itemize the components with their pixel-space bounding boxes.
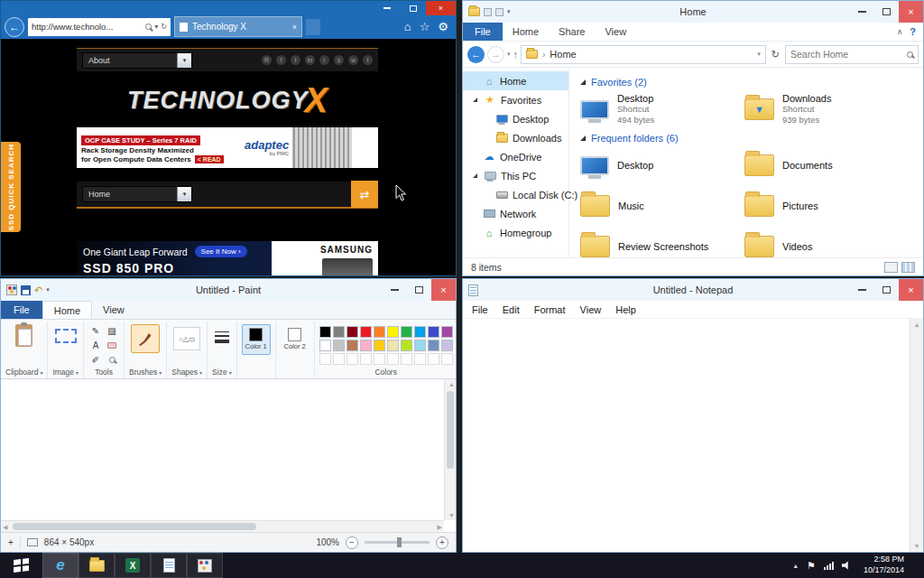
- twitter-icon[interactable]: t: [291, 55, 300, 65]
- taskbar-excel[interactable]: X: [115, 553, 151, 578]
- expander-icon[interactable]: [473, 98, 477, 102]
- taskbar-notepad[interactable]: [151, 553, 187, 578]
- random-post-button[interactable]: ⇄: [351, 181, 378, 208]
- menu-view[interactable]: View: [573, 304, 609, 315]
- tab-close-icon[interactable]: ×: [292, 23, 297, 32]
- palette-empty-slot[interactable]: [319, 353, 331, 365]
- close-button[interactable]: ×: [426, 1, 456, 15]
- address-bar[interactable]: http://www.technolo... ▾ ↻: [28, 18, 171, 36]
- vertical-scrollbar[interactable]: ▲ ▼: [444, 379, 456, 520]
- forward-button[interactable]: →: [487, 46, 504, 63]
- folder-tile[interactable]: Review Screenshots: [580, 229, 744, 257]
- undo-icon[interactable]: ↶: [34, 284, 42, 296]
- search-box[interactable]: [785, 45, 919, 64]
- file-tile-desktop[interactable]: Desktop Shortcut 494 bytes: [580, 92, 744, 126]
- see-it-now-button[interactable]: See It Now ›: [195, 246, 247, 257]
- help-icon[interactable]: ?: [910, 26, 916, 37]
- palette-empty-slot[interactable]: [414, 353, 426, 365]
- ssd-quick-search-tab[interactable]: SSD QUICK SEARCH: [1, 142, 21, 232]
- minimize-button[interactable]: [850, 1, 874, 23]
- back-button[interactable]: ←: [5, 17, 24, 37]
- file-tile-downloads[interactable]: ▼ Downloads Shortcut 939 bytes: [744, 92, 909, 126]
- palette-color[interactable]: [428, 326, 439, 338]
- folder-tile[interactable]: Desktop: [580, 148, 744, 182]
- clipboard-group[interactable]: Clipboard▾: [1, 322, 47, 378]
- scrollbar-thumb[interactable]: [447, 391, 454, 469]
- close-button[interactable]: ×: [899, 1, 923, 23]
- menu-edit[interactable]: Edit: [495, 304, 527, 315]
- scroll-down-icon[interactable]: ▼: [448, 512, 455, 518]
- taskbar-file-explorer[interactable]: [79, 553, 115, 578]
- palette-color[interactable]: [387, 326, 399, 338]
- paste-icon[interactable]: [15, 324, 32, 347]
- palette-color[interactable]: [333, 340, 345, 351]
- color1-button[interactable]: Color 1: [242, 324, 271, 355]
- menu-file[interactable]: File: [465, 304, 495, 315]
- explorer-titlebar[interactable]: ▾ Home ×: [463, 1, 923, 23]
- stumbleupon-icon[interactable]: s: [334, 55, 344, 65]
- color-picker-tool[interactable]: ✐: [88, 353, 103, 366]
- search-icon[interactable]: [145, 23, 152, 30]
- adaptec-ad-banner[interactable]: OCP CASE STUDY – Series 7 RAID Rack Stor…: [77, 127, 378, 168]
- vertical-scrollbar[interactable]: ▲ ▼: [910, 319, 923, 552]
- text-tool[interactable]: A: [88, 339, 103, 351]
- zoom-in-button[interactable]: +: [436, 536, 448, 549]
- address-dropdown-icon[interactable]: ▾: [154, 23, 158, 31]
- palette-color[interactable]: [319, 326, 331, 338]
- tab-file[interactable]: File: [463, 23, 503, 41]
- maximize-button[interactable]: [400, 1, 426, 15]
- sidebar-item-network[interactable]: Network: [463, 204, 568, 223]
- palette-color[interactable]: [387, 340, 399, 351]
- minimize-button[interactable]: [374, 1, 400, 15]
- scroll-down-icon[interactable]: ▼: [914, 540, 920, 552]
- search-input[interactable]: [790, 49, 903, 60]
- scrollbar-thumb[interactable]: [13, 523, 256, 530]
- minimize-button[interactable]: [383, 279, 407, 301]
- tab-home[interactable]: Home: [503, 23, 549, 41]
- tab-view[interactable]: View: [92, 301, 135, 319]
- image-group[interactable]: Image▾: [47, 322, 83, 378]
- thumbnails-view-button[interactable]: [901, 262, 915, 273]
- about-dropdown[interactable]: About ▾: [82, 52, 192, 69]
- tab-share[interactable]: Share: [549, 23, 595, 41]
- text-area[interactable]: ▲ ▼: [463, 319, 923, 552]
- horizontal-scrollbar[interactable]: ◀ ▶: [1, 520, 444, 532]
- breadcrumb-location[interactable]: Home: [550, 49, 576, 60]
- palette-empty-slot[interactable]: [333, 353, 345, 365]
- folder-tile[interactable]: Music: [580, 189, 744, 223]
- sidebar-item-favorites[interactable]: ★Favorites: [463, 90, 568, 109]
- zoom-out-button[interactable]: −: [346, 536, 358, 549]
- palette-color[interactable]: [360, 326, 372, 338]
- brushes-group[interactable]: Brushes▾: [124, 322, 166, 378]
- back-button[interactable]: ←: [467, 46, 485, 63]
- palette-color[interactable]: [414, 340, 426, 351]
- palette-color[interactable]: [346, 326, 358, 338]
- show-hidden-icons-button[interactable]: ▲: [792, 563, 799, 569]
- sidebar-item-local-disk[interactable]: Local Disk (C:): [463, 185, 568, 204]
- select-icon[interactable]: [55, 329, 77, 343]
- palette-color[interactable]: [441, 326, 453, 338]
- magnifier-tool[interactable]: [105, 353, 119, 366]
- ad-read-link[interactable]: < READ: [195, 155, 224, 163]
- folder-tile[interactable]: Videos: [744, 229, 909, 257]
- refresh-icon[interactable]: ↻: [161, 23, 167, 31]
- palette-empty-slot[interactable]: [346, 353, 358, 365]
- close-button[interactable]: ×: [899, 279, 923, 301]
- palette-empty-slot[interactable]: [441, 353, 453, 365]
- palette-color[interactable]: [346, 340, 358, 351]
- up-icon[interactable]: ↑: [513, 49, 519, 60]
- size-group[interactable]: Size▾: [207, 322, 236, 378]
- sidebar-item-desktop[interactable]: Desktop: [463, 109, 568, 128]
- sidebar-item-downloads[interactable]: Downloads: [463, 128, 568, 147]
- qat-dropdown-icon[interactable]: ▾: [507, 8, 511, 15]
- taskbar-paint[interactable]: [187, 553, 223, 578]
- network-icon[interactable]: [824, 561, 834, 570]
- palette-color[interactable]: [319, 340, 331, 351]
- zoom-slider-thumb[interactable]: [397, 537, 402, 547]
- refresh-icon[interactable]: ↻: [769, 49, 782, 61]
- palette-empty-slot[interactable]: [387, 353, 399, 365]
- eraser-tool[interactable]: [105, 339, 119, 351]
- palette-color[interactable]: [374, 340, 385, 351]
- reddit-icon[interactable]: r: [319, 55, 329, 65]
- palette-color[interactable]: [441, 340, 453, 351]
